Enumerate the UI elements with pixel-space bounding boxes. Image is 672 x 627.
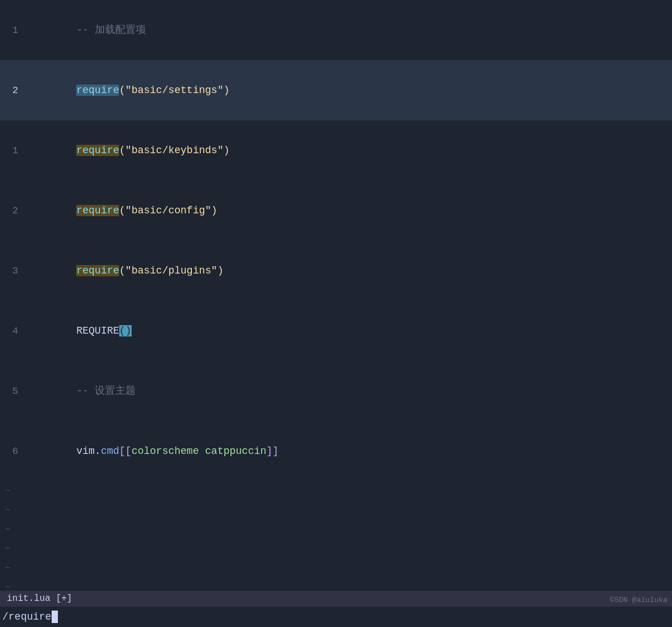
line-number-6: 4 xyxy=(0,326,27,336)
vim-bracket-close-8: ]] xyxy=(266,445,279,457)
line-content-4: require("basic/config") xyxy=(27,182,672,239)
line-number-2: 2 xyxy=(0,85,27,96)
vim-method-8: cmd xyxy=(101,445,119,457)
require-keyword-4: require xyxy=(76,205,119,216)
line-number-8: 6 xyxy=(0,446,27,457)
line-number-5: 3 xyxy=(0,266,27,276)
command-cursor xyxy=(52,611,58,623)
watermark: ©SDN @aluluka xyxy=(610,596,667,604)
code-line-2: 2 require("basic/settings") xyxy=(0,60,672,120)
tilde-6: ~ xyxy=(0,578,672,591)
tilde-char-1: ~ xyxy=(0,485,11,496)
line-content-8: vim.cmd[[colorscheme catppuccin]] xyxy=(27,422,672,480)
tilde-char-3: ~ xyxy=(0,524,11,535)
tilde-1: ~ xyxy=(0,481,672,500)
cursor-parens-6: () xyxy=(119,325,132,336)
tilde-char-2: ~ xyxy=(0,504,11,516)
editor: 1 -- 加载配置项 2 require("basic/settings") 1… xyxy=(0,0,672,627)
code-line-4: 2 require("basic/config") xyxy=(0,180,672,241)
command-line[interactable]: /require xyxy=(0,607,672,627)
string-3: ("basic/keybinds") xyxy=(119,145,229,156)
tilde-3: ~ xyxy=(0,520,672,539)
line-content-5: require("basic/plugins") xyxy=(27,242,672,300)
tilde-5: ~ xyxy=(0,558,672,578)
require-highlight-5: require xyxy=(76,265,119,276)
command-text: /require xyxy=(2,611,51,622)
watermark-text: ©SDN @aluluka xyxy=(610,596,667,604)
string-2: ("basic/settings") xyxy=(119,85,229,96)
require-highlight-4: require xyxy=(76,205,119,216)
comment-text-1: -- 加载配置项 xyxy=(76,24,145,36)
code-line-1: 1 -- 加载配置项 xyxy=(0,0,672,60)
require-highlight-2: require xyxy=(76,85,119,96)
line-content-7: -- 设置主题 xyxy=(27,362,672,420)
line-content-3: require("basic/keybinds") xyxy=(27,121,672,179)
require-keyword-3: require xyxy=(76,145,119,156)
filename-label: init.lua [+] xyxy=(7,594,72,604)
tilde-char-4: ~ xyxy=(0,543,11,554)
tilde-char-6: ~ xyxy=(0,582,11,591)
line-number-7: 5 xyxy=(0,386,27,397)
tilde-char-5: ~ xyxy=(0,562,11,574)
line-number-4: 2 xyxy=(0,205,27,216)
require-keyword-2: require xyxy=(76,85,119,96)
code-line-3: 1 require("basic/keybinds") xyxy=(0,120,672,180)
status-line: init.lua [+] xyxy=(0,591,672,607)
line-content-6: REQUIRE() xyxy=(27,302,672,360)
comment-text-7: -- 设置主题 xyxy=(76,385,135,397)
tilde-2: ~ xyxy=(0,500,672,520)
string-5: ("basic/plugins") xyxy=(119,265,224,276)
code-line-7: 5 -- 设置主题 xyxy=(0,361,672,421)
code-line-5: 3 require("basic/plugins") xyxy=(0,241,672,301)
vim-arg-8: colorscheme catppuccin xyxy=(132,445,267,457)
vim-cmd-text-8: vim. xyxy=(76,445,100,457)
vim-bracket-8: [[ xyxy=(119,445,132,457)
line-number-3: 1 xyxy=(0,145,27,156)
line-number-1: 1 xyxy=(0,25,27,36)
code-area: 1 -- 加载配置项 2 require("basic/settings") 1… xyxy=(0,0,672,591)
tilde-4: ~ xyxy=(0,539,672,558)
require-keyword-5: require xyxy=(76,265,119,276)
line-content-1: -- 加载配置项 xyxy=(27,1,672,59)
string-4: ("basic/config") xyxy=(119,205,217,216)
code-line-8: 6 vim.cmd[[colorscheme catppuccin]] xyxy=(0,421,672,481)
require-uppercase-6: REQUIRE xyxy=(76,325,119,336)
code-line-6: 4 REQUIRE() xyxy=(0,301,672,361)
line-content-2: require("basic/settings") xyxy=(27,61,672,119)
require-highlight-3: require xyxy=(76,145,119,156)
